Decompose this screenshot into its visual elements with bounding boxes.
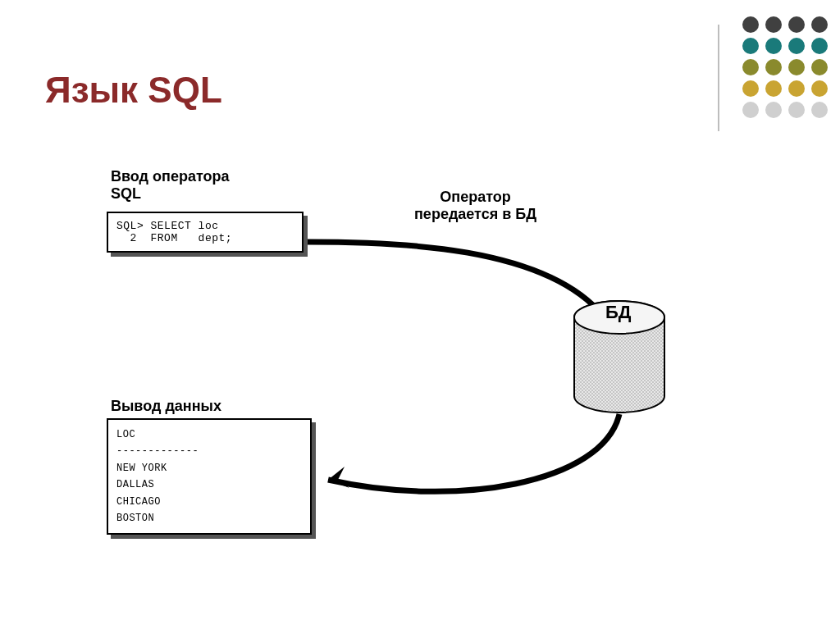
decorative-dot [811,59,828,75]
sql-flow-diagram: Ввод оператора SQL SQL> SELECT loc 2 FRO… [90,164,746,599]
decorative-dot [765,102,782,118]
decorative-dot [742,38,759,54]
decorative-dot [742,59,759,75]
decorative-dot [765,80,782,97]
title-divider [718,25,719,131]
decorative-dot [742,102,759,118]
output-box-title: Вывод данных [111,398,221,415]
decorative-dot [788,16,805,33]
decorative-dot [742,16,759,33]
decorative-dot [811,102,828,118]
decorative-dot [788,80,805,97]
decorative-dot [765,16,782,33]
decorative-dot [742,80,759,97]
page-title: Язык SQL [45,70,222,111]
decorative-dot [788,102,805,118]
decorative-dot [788,38,805,54]
input-box-title: Ввод оператора SQL [111,168,229,203]
database-label: БД [605,302,632,323]
decorative-dot [765,59,782,75]
sql-input-box: SQL> SELECT loc 2 FROM dept; [107,212,304,253]
sql-output-box: LOC ------------- NEW YORK DALLAS CHICAG… [107,418,312,535]
decorative-dot [811,16,828,33]
decorative-dot [811,38,828,54]
decorative-dot [765,38,782,54]
arrow-caption: Оператор передается в БД [414,189,536,223]
arrow-from-db-icon [308,402,636,533]
decorative-dot-grid [742,16,828,118]
decorative-dot [788,59,805,75]
decorative-dot [811,80,828,97]
